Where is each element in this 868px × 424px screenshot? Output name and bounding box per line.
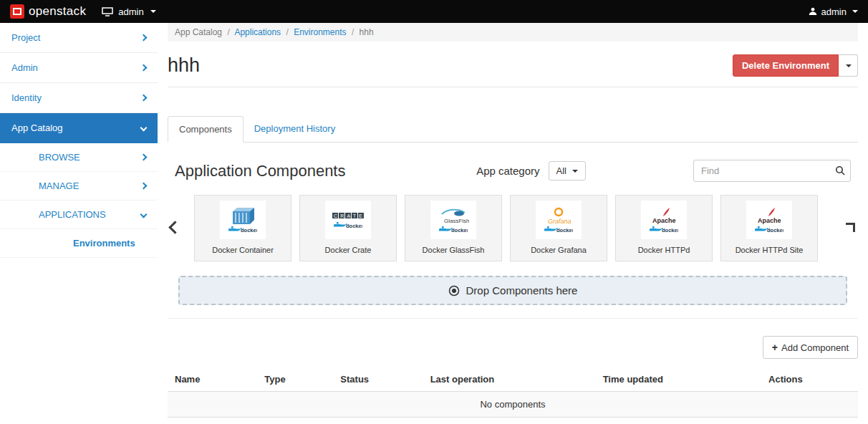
sidebar-item-project[interactable]: Project [0,23,158,53]
empty-table-message: No components [168,392,858,418]
bullseye-icon [448,285,460,297]
add-component-label: Add Component [781,342,849,353]
docker-mark-icon: docker [228,226,257,233]
chevron-down-icon [140,211,148,218]
column-header-status: Status [333,367,423,392]
component-card-docker-container[interactable]: docker Docker Container [194,195,291,261]
delete-environment-button[interactable]: Delete Environment [733,54,839,77]
sidebar-item-admin[interactable]: Admin [0,53,158,83]
carousel-next-button[interactable] [843,220,858,237]
sidebar-item-label: Project [11,32,40,43]
chevron-right-icon [140,34,148,42]
docker-grafana-logo: Grafana docker [536,201,582,239]
openstack-logo[interactable]: openstack [10,4,86,19]
tab-components[interactable]: Components [168,116,243,143]
sidebar-item-browse[interactable]: BROWSE [0,143,158,172]
plus-icon: + [772,342,778,353]
search-icon[interactable] [835,165,845,178]
empty-table-row: No components [168,392,858,418]
column-header-actions: Actions [761,367,858,392]
main-content: App Catalog / Applications / Environment… [158,23,868,424]
component-card-label: Docker Crate [325,246,372,254]
components-carousel: docker Docker Container [168,195,858,261]
breadcrumb-environments-link[interactable]: Environments [294,27,346,37]
docker-httpd-site-logo: Apache docker [746,201,792,239]
sidebar-item-app-catalog[interactable]: App Catalog [0,113,158,143]
app-category-label: App category [476,165,539,177]
page-title: hhh [168,54,200,77]
carousel-prev-button[interactable] [168,220,183,237]
component-card-docker-httpd-site[interactable]: Apache docker Docker HT [720,195,818,261]
sidebar-subitem-label: MANAGE [39,180,79,191]
sidebar-item-label: App Catalog [11,122,63,133]
sidebar-subitem-label: BROWSE [39,152,80,163]
component-card-label: Docker Grafana [531,246,587,254]
column-header-time-updated: Time updated [596,367,761,392]
sidebar-item-label: Admin [11,62,38,73]
svg-text:Grafana: Grafana [548,218,572,225]
component-card-label: Docker Container [212,246,274,254]
svg-text:Apache: Apache [758,217,781,224]
breadcrumb-current: hhh [360,27,374,37]
sidebar: Project Admin Identity App Catalog BROWS… [0,23,158,424]
component-card-label: Docker HTTPd [638,246,690,254]
docker-mark-icon: docker [650,226,678,233]
sidebar-item-applications[interactable]: APPLICATIONS [0,201,158,229]
category-filter-value: All [556,165,566,176]
chevron-right-icon [140,183,148,190]
component-card-docker-httpd[interactable]: Apache docker Docker HT [615,195,713,261]
svg-text:docker: docker [346,223,362,229]
component-card-docker-grafana[interactable]: Grafana docker Docker G [510,195,607,261]
svg-text:GlassFish: GlassFish [444,218,469,224]
caret-down-icon [846,64,852,67]
docker-mark-icon: docker [334,221,362,229]
find-input[interactable] [693,160,851,182]
breadcrumb-separator: / [227,27,229,37]
column-header-name: Name [168,367,257,392]
breadcrumb-separator: / [286,27,288,37]
sidebar-item-manage[interactable]: MANAGE [0,172,158,201]
monitor-icon [102,7,113,16]
breadcrumb-app-catalog: App Catalog [175,27,222,37]
docker-mark-icon: docker [755,226,783,233]
docker-glassfish-logo: GlassFish docker [430,201,476,239]
svg-text:docker: docker [241,227,257,233]
docker-mark-icon: docker [544,226,573,233]
user-menu-label: admin [821,6,847,17]
context-selector-dropdown[interactable]: admin [102,6,155,17]
component-card-list: docker Docker Container [194,195,831,261]
component-card-docker-crate[interactable]: CRATE docker Docker Cra [299,195,397,261]
column-header-type: Type [257,367,333,392]
topbar: openstack admin admin [0,0,868,23]
breadcrumb-applications-link[interactable]: Applications [234,27,281,37]
svg-text:CRATE: CRATE [334,213,365,218]
docker-httpd-logo: Apache docker [641,201,687,239]
svg-text:docker: docker [767,227,783,233]
dropzone-label: Drop Components here [466,284,578,297]
docker-mark-icon: docker [439,226,468,233]
sidebar-item-label: Identity [11,92,42,103]
tab-deployment-history[interactable]: Deployment History [243,116,346,143]
component-card-docker-glassfish[interactable]: GlassFish docker Docker [405,195,502,261]
svg-text:Apache: Apache [652,217,676,224]
caret-down-icon [852,10,858,13]
sidebar-item-identity[interactable]: Identity [0,83,158,113]
add-component-button[interactable]: + Add Component [763,336,858,359]
drop-components-zone[interactable]: Drop Components here [178,276,847,305]
sidebar-item-environments[interactable]: Environments [0,229,158,258]
delete-environment-menu-toggle[interactable] [839,54,858,77]
title-divider [168,87,858,87]
breadcrumb: App Catalog / Applications / Environment… [168,23,858,42]
category-filter-dropdown[interactable]: All [549,161,586,180]
components-panel: Application Components App category All [168,143,858,319]
breadcrumb-separator: / [352,27,354,37]
component-card-label: Docker HTTPd Site [736,246,804,254]
user-menu-dropdown[interactable]: admin [809,6,858,17]
chevron-right-icon [846,223,855,232]
table-header-row: Name Type Status Last operation Time upd… [168,367,858,392]
chevron-right-icon [140,154,148,161]
chevron-right-icon [140,64,148,72]
openstack-logo-icon [10,4,24,19]
caret-down-icon [150,10,156,13]
chevron-down-icon [140,125,148,132]
